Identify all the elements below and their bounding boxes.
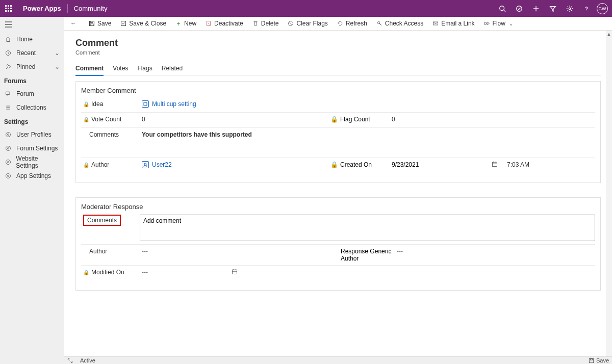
save-close-icon xyxy=(120,20,126,27)
nav-pinned[interactable]: Pinned ⌄ xyxy=(0,60,64,73)
refresh-button[interactable]: Refresh xyxy=(333,17,371,30)
scroll-up-icon[interactable]: ▲ xyxy=(606,31,612,38)
save-close-label: Save & Close xyxy=(129,20,166,27)
form-tabs: Comment Votes Flags Related xyxy=(75,63,601,76)
nav-forum[interactable]: Forum xyxy=(0,87,64,100)
flow-button[interactable]: Flow⌄ xyxy=(480,17,517,30)
save-icon xyxy=(89,20,95,27)
svg-point-43 xyxy=(144,163,146,165)
comments-label: Comments xyxy=(89,131,119,138)
nav-recent[interactable]: Recent ⌄ xyxy=(0,46,64,60)
author-label: Author xyxy=(91,161,109,168)
hamburger-icon[interactable] xyxy=(0,17,64,32)
tab-related[interactable]: Related xyxy=(162,63,183,75)
svg-rect-2 xyxy=(10,5,12,7)
brand-label: Power Apps xyxy=(17,4,68,13)
field-mod-modified: 🔒Modified On --- xyxy=(81,266,595,281)
back-icon: ← xyxy=(70,20,76,27)
add-icon[interactable] xyxy=(527,5,544,12)
svg-point-31 xyxy=(6,173,11,178)
flow-icon xyxy=(484,20,490,27)
tab-votes[interactable]: Votes xyxy=(113,63,128,75)
nav-user-profiles-label: User Profiles xyxy=(16,131,52,138)
svg-rect-44 xyxy=(493,162,497,166)
deactivate-button[interactable]: Deactivate xyxy=(201,17,247,30)
settings-icon[interactable] xyxy=(561,5,578,12)
email-link-button[interactable]: Email a Link xyxy=(428,17,478,30)
nav-group-forums: Forums xyxy=(0,73,64,87)
check-access-button[interactable]: Check Access xyxy=(372,17,427,30)
svg-rect-4 xyxy=(8,8,9,9)
tab-flags[interactable]: Flags xyxy=(137,63,152,75)
svg-rect-0 xyxy=(5,5,7,7)
status-bar: Active Save xyxy=(64,356,612,364)
refresh-icon xyxy=(337,20,343,27)
filter-icon[interactable] xyxy=(544,5,561,12)
mod-generic-label: Response Generic Author xyxy=(341,248,393,262)
field-author-created: 🔒Author User22 🔒Created On 9/23/2021 7:0… xyxy=(81,158,595,173)
field-mod-author: Author --- Response Generic Author --- xyxy=(81,245,595,266)
field-idea: 🔒Idea Multi cup setting xyxy=(81,97,595,113)
command-bar: ← Save Save & Close ＋New Deactivate Dele… xyxy=(64,17,612,31)
environment-label[interactable]: Community xyxy=(68,5,114,12)
delete-button[interactable]: Delete xyxy=(248,17,283,30)
gear-icon xyxy=(4,132,12,138)
save-close-button[interactable]: Save & Close xyxy=(116,17,170,30)
calendar-icon[interactable] xyxy=(232,266,238,275)
plus-icon: ＋ xyxy=(175,19,182,28)
svg-point-27 xyxy=(6,146,11,150)
nav-app-settings[interactable]: App Settings xyxy=(0,169,64,183)
save-button[interactable]: Save xyxy=(85,17,115,30)
idea-value[interactable]: Multi cup setting xyxy=(140,97,595,111)
user-avatar[interactable]: CW xyxy=(597,3,608,14)
nav-forum-label: Forum xyxy=(16,90,34,97)
svg-rect-52 xyxy=(589,358,593,362)
app-launcher-icon[interactable] xyxy=(0,5,17,12)
nav-website-settings[interactable]: Website Settings xyxy=(0,155,64,169)
nav-forum-settings[interactable]: Forum Settings xyxy=(0,141,64,155)
main-area: ← Save Save & Close ＋New Deactivate Dele… xyxy=(64,17,612,364)
nav-forum-settings-label: Forum Settings xyxy=(16,145,58,152)
deactivate-icon xyxy=(206,20,212,27)
svg-rect-6 xyxy=(5,10,7,12)
vertical-scrollbar[interactable]: ▲ xyxy=(606,31,612,356)
new-button[interactable]: ＋New xyxy=(171,17,200,30)
tab-comment[interactable]: Comment xyxy=(75,63,104,76)
nav-home[interactable]: Home xyxy=(0,32,64,46)
footer-save-button[interactable]: Save xyxy=(589,357,609,363)
help-icon[interactable] xyxy=(578,5,595,12)
mod-author-value: --- xyxy=(142,248,148,255)
created-time: 7:03 AM xyxy=(507,161,529,168)
created-label: Created On xyxy=(340,161,372,168)
svg-rect-5 xyxy=(10,8,12,9)
entity-icon xyxy=(142,161,149,168)
search-icon[interactable] xyxy=(494,5,511,12)
nav-pinned-label: Pinned xyxy=(16,63,35,70)
forum-icon xyxy=(4,91,12,97)
svg-point-28 xyxy=(7,161,9,163)
nav-user-profiles[interactable]: User Profiles xyxy=(0,127,64,141)
mod-author-label: Author xyxy=(89,248,107,255)
lock-icon: 🔒 xyxy=(83,162,89,168)
svg-point-24 xyxy=(8,134,9,135)
calendar-icon[interactable] xyxy=(492,158,505,167)
author-value[interactable]: User22 xyxy=(140,158,328,171)
block-icon xyxy=(288,20,294,27)
flag-value: 0 xyxy=(392,116,395,123)
home-icon xyxy=(4,36,12,42)
nav-collections[interactable]: Collections xyxy=(0,100,64,114)
flag-label: Flag Count xyxy=(340,116,370,123)
clock-icon xyxy=(4,50,12,56)
svg-rect-53 xyxy=(590,358,592,360)
lock-icon: 🔒 xyxy=(83,101,89,107)
chevron-down-icon: ⌄ xyxy=(55,63,60,70)
clear-flags-button[interactable]: Clear Flags xyxy=(284,17,332,30)
flow-label: Flow xyxy=(493,20,505,27)
gear-icon xyxy=(4,159,12,165)
left-sidebar: Home Recent ⌄ Pinned ⌄ Forums Forum Coll… xyxy=(0,17,64,364)
mod-comments-input[interactable] xyxy=(140,215,595,241)
expand-icon[interactable] xyxy=(67,358,73,363)
task-icon[interactable] xyxy=(511,5,527,12)
back-button[interactable]: ← xyxy=(67,17,80,30)
delete-label: Delete xyxy=(261,20,279,27)
